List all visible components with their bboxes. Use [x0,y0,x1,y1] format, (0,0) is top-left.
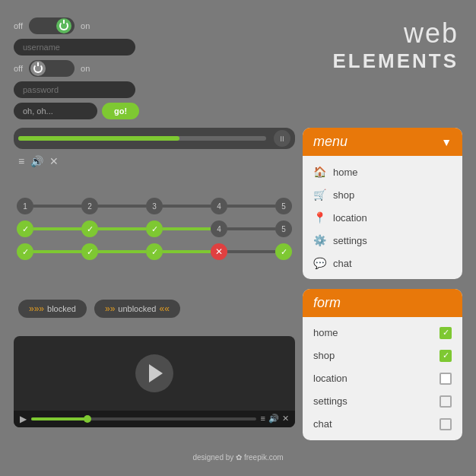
username-input[interactable] [14,39,135,56]
steps-area: 1 2 3 4 5 4 5 [14,198,295,281]
step-5: 5 [275,198,292,214]
video-main-area [14,336,295,411]
menu-item-shop[interactable]: 🛒 shop [303,183,462,206]
shop-icon: 🛒 [313,189,325,201]
form-shop-checkbox[interactable]: ✓ [440,350,452,362]
checked-steps: 4 5 [14,221,295,237]
footer-brand: freepik.com [244,453,284,462]
toggle-switch-2[interactable] [29,60,75,77]
form-title: form [313,295,341,310]
err-line-1 [33,250,81,253]
play-button[interactable] [135,354,173,392]
blocked-label: blocked [47,304,76,313]
form-item-home: home ✓ [303,322,462,344]
check-step-4: 4 [211,221,227,237]
title-area: web ELEMENTS [303,14,462,120]
check-step-5: 5 [275,221,292,237]
input-row-ohoh: go! [14,103,295,119]
step-line-4 [227,205,275,208]
arrows-out-icon: »» [105,303,115,314]
title-web: web [303,17,459,49]
menu-item-location[interactable]: 📍 location [303,206,462,229]
video-progress-thumb [84,415,91,423]
input-row-password [14,81,295,98]
form-item-shop: shop ✓ [303,344,462,367]
err-step-5 [275,243,292,260]
video-menu-icon: ≡ [261,414,265,424]
form-settings-checkbox[interactable] [440,395,452,408]
video-player: ▶ ≡ 🔊 ✕ [14,336,295,427]
main-slider[interactable]: ⏸ [14,128,295,149]
step-3: 3 [146,198,163,214]
video-volume-icon: 🔊 [268,414,279,424]
close-icon: ✕ [49,155,59,167]
unblocked-button[interactable]: »» unblocked «« [94,300,180,318]
err-step-2 [81,243,98,260]
menu-item-settings[interactable]: ⚙️ settings [303,229,462,252]
toggle-row-2: off on [14,60,295,77]
toggle-off-label-1: off [14,21,23,30]
step-line-3 [163,205,211,208]
volume-icon: 🔊 [30,155,43,167]
video-controls-bar: ▶ ≡ 🔊 ✕ [14,411,295,427]
menu-header: menu ▼ [303,128,462,156]
err-step-3 [146,243,163,260]
footer-text: designed by [192,453,233,462]
form-chat-checkbox[interactable] [440,418,452,430]
menu-item-chat[interactable]: 💬 chat [303,252,462,274]
form-location-label: location [313,373,347,384]
toggle-off-label-2: off [14,64,23,73]
step-1: 1 [17,198,33,214]
video-play-icon[interactable]: ▶ [20,414,27,424]
err-step-1 [17,243,33,260]
toggle-on-label-2: on [81,64,90,73]
password-input[interactable] [14,81,135,98]
toggle-thumb-2 [30,61,46,76]
check-line-1 [33,227,81,230]
ohoh-input[interactable] [14,103,97,119]
menu-item-home-label: home [333,167,358,178]
form-chat-label: chat [313,418,332,430]
pause-icon: ⏸ [278,135,286,143]
blocked-button[interactable]: »»» blocked [18,300,87,318]
controls-row: ≡ 🔊 ✕ [14,154,295,169]
form-home-checkbox[interactable]: ✓ [440,327,452,339]
power-icon-1 [59,21,68,30]
chat-icon: 💬 [313,257,325,269]
menu-panel: menu ▼ 🏠 home 🛒 shop 📍 location ⚙️ setti… [303,128,462,279]
media-row: ⏸ ≡ 🔊 ✕ [14,128,295,190]
form-home-label: home [313,327,338,338]
location-icon: 📍 [313,211,325,224]
menu-dropdown-icon[interactable]: ▼ [441,136,452,148]
slider-track [18,136,266,141]
err-line-4 [227,250,275,253]
err-step-4: ✕ [211,243,227,260]
top-left-panel: off on off on [14,14,295,120]
home-icon: 🏠 [313,166,325,178]
form-item-settings: settings [303,390,462,413]
check-line-4 [227,227,275,230]
menu-item-shop-label: shop [333,189,354,201]
check-step-3 [146,221,163,237]
video-progress-fill [31,417,87,420]
menu-item-home[interactable]: 🏠 home [303,160,462,183]
form-panel: form home ✓ shop ✓ location settings cha… [303,289,462,440]
form-items-list: home ✓ shop ✓ location settings chat [303,317,462,440]
toggle-switch-1[interactable] [29,17,75,34]
form-item-chat: chat [303,413,462,436]
play-triangle-icon [149,364,163,382]
go-button[interactable]: go! [102,103,139,119]
step-4: 4 [211,198,227,214]
power-icon-2 [33,64,43,73]
menu-item-settings-label: settings [333,235,367,246]
settings-icon: ⚙️ [313,234,325,246]
slider-fill [18,136,179,141]
menu-lines-icon: ≡ [18,155,24,167]
form-location-checkbox[interactable] [440,373,452,385]
step-line-1 [33,205,81,208]
menu-item-chat-label: chat [333,258,352,269]
err-line-3 [163,250,211,253]
form-settings-label: settings [313,395,347,407]
video-progress-bar[interactable] [31,417,256,420]
blocked-unblocked-row: »»» blocked »» unblocked «« [14,289,295,328]
